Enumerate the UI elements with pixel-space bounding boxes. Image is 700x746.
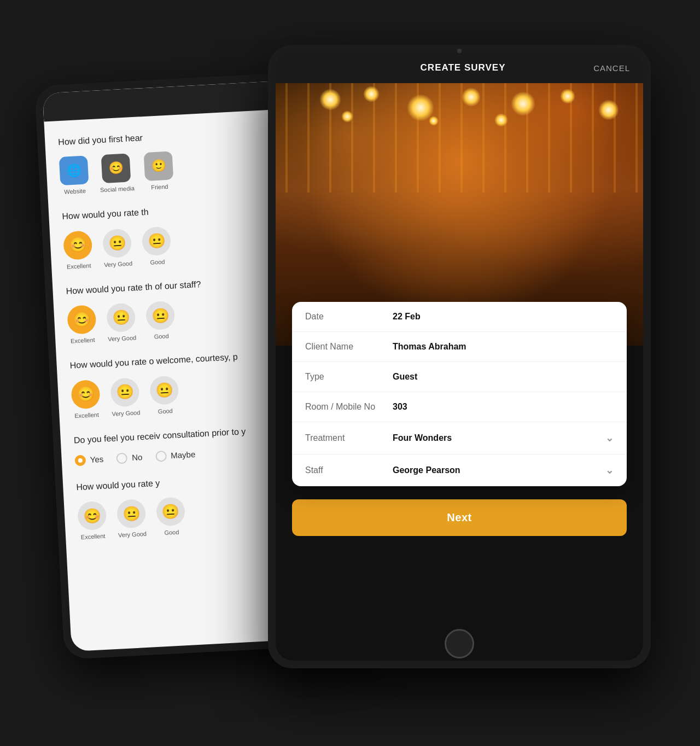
emoji-verygood-2[interactable]: 😐 Very Good [102, 228, 133, 268]
card-row-staff[interactable]: Staff George Pearson ⌄ [292, 454, 627, 486]
hero-lights [276, 83, 643, 203]
radio-yes-label: Yes [90, 454, 103, 464]
emoji-good-icon-4: 😐 [149, 375, 179, 405]
emoji-excellent-3[interactable]: 😊 Excellent [67, 305, 97, 345]
card-row-room: Room / Mobile No 303 [292, 392, 627, 422]
emoji-verygood-label-3: Very Good [108, 334, 137, 342]
room-label: Room / Mobile No [305, 402, 393, 412]
radio-yes-dot [74, 454, 86, 466]
type-value: Guest [393, 372, 614, 382]
emoji-good-icon-6: 😐 [156, 497, 186, 527]
option-social[interactable]: 😊 Social media [98, 154, 135, 194]
light-2 [363, 86, 380, 102]
option-social-label: Social media [100, 185, 135, 193]
staff-label: Staff [305, 465, 393, 475]
social-icon: 😊 [101, 154, 131, 184]
emoji-verygood-label-2: Very Good [104, 260, 133, 268]
emoji-good-label-2: Good [150, 258, 165, 265]
top-bar: CREATE SURVEY CANCEL [276, 53, 643, 83]
screen-content: CREATE SURVEY CANCEL [276, 53, 643, 661]
emoji-good-label-3: Good [154, 333, 169, 340]
top-bar-title: CREATE SURVEY [421, 62, 506, 73]
website-icon: 🌐 [59, 156, 89, 186]
radio-maybe-label: Maybe [171, 450, 196, 460]
emoji-verygood-icon-6: 😐 [116, 499, 147, 529]
scene: The How did you first hear 🌐 Website 😊 S… [49, 45, 651, 701]
emoji-verygood-label-6: Very Good [118, 531, 147, 539]
detail-card: Date 22 Feb Client Name Thomas Abraham T… [292, 302, 627, 486]
client-name-label: Client Name [305, 342, 393, 352]
light-5 [511, 91, 535, 116]
room-value: 303 [393, 402, 614, 412]
emoji-excellent-icon-3: 😊 [67, 305, 97, 335]
cancel-button[interactable]: CANCEL [593, 63, 630, 73]
date-value: 22 Feb [393, 312, 614, 322]
light-7 [598, 100, 619, 120]
option-friend[interactable]: 🙂 Friend [144, 151, 174, 191]
emoji-good-icon-3: 😐 [145, 301, 176, 331]
emoji-verygood-3[interactable]: 😐 Very Good [106, 303, 137, 343]
date-label: Date [305, 312, 393, 322]
emoji-excellent-icon-2: 😊 [63, 230, 93, 260]
friend-icon: 🙂 [144, 151, 174, 182]
emoji-good-icon-2: 😐 [142, 226, 172, 257]
radio-maybe-dot [155, 451, 167, 462]
tablet-front-screen: CREATE SURVEY CANCEL [276, 53, 643, 661]
radio-no-dot [116, 452, 128, 464]
staff-value: George Pearson ⌄ [393, 464, 614, 476]
emoji-excellent-2[interactable]: 😊 Excellent [63, 230, 94, 270]
emoji-excellent-icon-6: 😊 [77, 501, 107, 531]
option-friend-label: Friend [151, 183, 168, 191]
emoji-verygood-icon-4: 😐 [110, 377, 140, 407]
radio-yes[interactable]: Yes [74, 454, 103, 467]
option-website-label: Website [64, 188, 86, 195]
tablet-front: CREATE SURVEY CANCEL [268, 45, 651, 668]
emoji-good-2[interactable]: 😐 Good [142, 226, 172, 266]
emoji-good-6[interactable]: 😐 Good [156, 497, 186, 537]
treatment-dropdown-arrow: ⌄ [605, 432, 614, 444]
emoji-verygood-icon-2: 😐 [102, 228, 132, 258]
option-website[interactable]: 🌐 Website [59, 156, 90, 196]
emoji-good-label-4: Good [158, 407, 173, 415]
card-row-treatment[interactable]: Treatment Four Wonders ⌄ [292, 422, 627, 454]
next-button[interactable]: Next [292, 499, 627, 536]
light-1 [319, 89, 341, 110]
light-4 [462, 88, 481, 107]
emoji-excellent-label-3: Excellent [71, 336, 95, 344]
emoji-excellent-6[interactable]: 😊 Excellent [77, 501, 108, 541]
card-row-type: Type Guest [292, 362, 627, 392]
treatment-label: Treatment [305, 433, 393, 443]
emoji-verygood-4[interactable]: 😐 Very Good [110, 377, 141, 417]
emoji-good-label-6: Good [164, 529, 179, 536]
emoji-good-4[interactable]: 😐 Good [149, 375, 180, 415]
emoji-excellent-4[interactable]: 😊 Excellent [71, 379, 101, 419]
emoji-verygood-6[interactable]: 😐 Very Good [116, 499, 147, 539]
light-9 [429, 116, 439, 126]
light-6 [560, 89, 575, 104]
card-row-date: Date 22 Feb [292, 302, 627, 332]
radio-maybe[interactable]: Maybe [155, 449, 196, 462]
emoji-excellent-label-4: Excellent [74, 411, 99, 419]
client-name-value: Thomas Abraham [393, 342, 614, 352]
radio-no-label: No [132, 452, 143, 462]
radio-no[interactable]: No [116, 452, 143, 464]
emoji-excellent-icon-4: 😊 [71, 379, 101, 409]
emoji-verygood-label-4: Very Good [112, 409, 141, 417]
light-8 [341, 110, 353, 123]
type-label: Type [305, 372, 393, 382]
light-10 [494, 113, 508, 127]
emoji-verygood-icon-3: 😐 [106, 303, 136, 333]
emoji-excellent-label-6: Excellent [81, 533, 106, 540]
staff-dropdown-arrow: ⌄ [605, 464, 614, 476]
card-row-client-name: Client Name Thomas Abraham [292, 332, 627, 362]
treatment-value: Four Wonders ⌄ [393, 432, 614, 444]
emoji-excellent-label-2: Excellent [67, 262, 91, 270]
emoji-good-3[interactable]: 😐 Good [145, 301, 176, 341]
